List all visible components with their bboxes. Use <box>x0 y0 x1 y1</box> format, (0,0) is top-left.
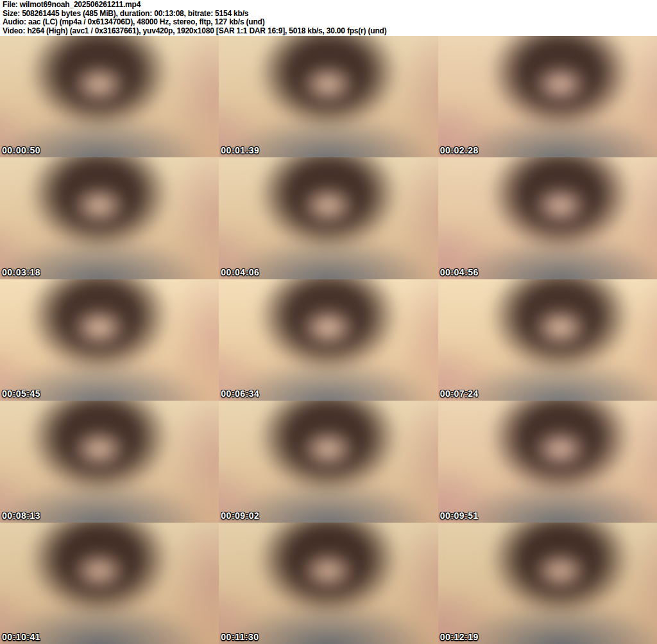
thumbnail-placeholder-image <box>438 401 657 522</box>
timestamp-overlay: 00:01:39 <box>221 145 259 155</box>
video-thumbnail: 00:00:50 <box>0 36 219 157</box>
thumbnail-placeholder-image <box>219 279 438 401</box>
thumbnail-placeholder-image <box>438 523 657 644</box>
timestamp-overlay: 00:02:28 <box>440 145 479 155</box>
thumbnail-placeholder-image <box>219 157 438 279</box>
video-thumbnail: 00:02:28 <box>438 36 657 157</box>
timestamp-overlay: 00:07:24 <box>440 388 479 399</box>
timestamp-overlay: 00:06:34 <box>221 388 259 399</box>
timestamp-overlay: 00:10:41 <box>2 632 40 642</box>
thumbnail-placeholder-image <box>219 36 438 157</box>
thumbnail-placeholder-image <box>0 401 219 522</box>
video-thumbnail: 00:11:30 <box>219 523 438 644</box>
timestamp-overlay: 00:11:30 <box>221 632 259 642</box>
video-thumbnail: 00:03:18 <box>0 157 219 279</box>
thumbnail-placeholder-image <box>438 157 657 279</box>
thumbnail-placeholder-image <box>219 523 438 644</box>
video-info-line: Video: h264 (High) (avc1 / 0x31637661), … <box>3 27 657 36</box>
thumbnail-placeholder-image <box>0 279 219 401</box>
video-thumbnail: 00:04:06 <box>219 157 438 279</box>
timestamp-overlay: 00:05:45 <box>2 388 40 399</box>
media-info-header: File: wilmot69noah_202506261211.mp4 Size… <box>0 0 657 36</box>
video-thumbnail: 00:06:34 <box>219 279 438 401</box>
file-size-line: Size: 508261445 bytes (485 MiB), duratio… <box>3 10 657 19</box>
timestamp-overlay: 00:09:02 <box>221 510 259 521</box>
thumbnail-placeholder-image <box>0 523 219 644</box>
video-thumbnail: 00:09:51 <box>438 401 657 522</box>
thumbnail-placeholder-image <box>0 36 219 157</box>
thumbnail-placeholder-image <box>219 401 438 522</box>
thumbnail-placeholder-image <box>438 279 657 401</box>
thumbnail-grid: 00:00:50 00:01:39 00:02:28 00:03:18 00:0… <box>0 36 657 644</box>
video-thumbnail: 00:10:41 <box>0 523 219 644</box>
video-thumbnail: 00:08:13 <box>0 401 219 522</box>
timestamp-overlay: 00:04:56 <box>440 267 479 277</box>
thumbnail-placeholder-image <box>0 157 219 279</box>
video-thumbnail: 00:04:56 <box>438 157 657 279</box>
timestamp-overlay: 00:00:50 <box>2 145 40 155</box>
timestamp-overlay: 00:03:18 <box>2 267 40 277</box>
audio-info-line: Audio: aac (LC) (mp4a / 0x6134706D), 480… <box>3 18 657 27</box>
timestamp-overlay: 00:09:51 <box>440 510 479 521</box>
file-name-line: File: wilmot69noah_202506261211.mp4 <box>3 1 657 10</box>
video-thumbnail: 00:05:45 <box>0 279 219 401</box>
timestamp-overlay: 00:04:06 <box>221 267 259 277</box>
thumbnail-placeholder-image <box>438 36 657 157</box>
video-thumbnail: 00:12:19 <box>438 523 657 644</box>
video-thumbnail: 00:07:24 <box>438 279 657 401</box>
video-thumbnail: 00:09:02 <box>219 401 438 522</box>
timestamp-overlay: 00:08:13 <box>2 510 40 521</box>
video-thumbnail: 00:01:39 <box>219 36 438 157</box>
timestamp-overlay: 00:12:19 <box>440 632 479 642</box>
